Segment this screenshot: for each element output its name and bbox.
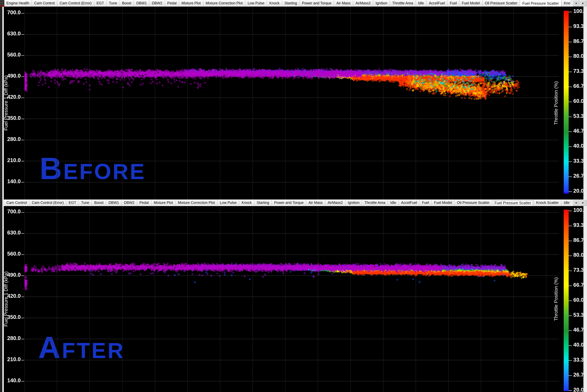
colorbar-tick-mark bbox=[569, 102, 572, 102]
tab-scroll-right-button[interactable]: ► bbox=[580, 0, 587, 6]
tab[interactable]: AccelFuel bbox=[399, 200, 420, 205]
tab[interactable]: Air Mass bbox=[306, 200, 325, 205]
tab-label: Cam Control (Error) bbox=[32, 200, 64, 205]
y-tick-label: 350.0 bbox=[3, 115, 21, 121]
tab-label: Oil Pressure Scatter bbox=[457, 200, 490, 205]
tab-label: AirMass2 bbox=[356, 1, 371, 5]
tab-strip: Engine Health Cam Control Cam Control (E… bbox=[4, 0, 570, 6]
tab[interactable]: Mixture Plot bbox=[151, 200, 176, 205]
tab[interactable]: Throttle Area bbox=[390, 0, 416, 6]
tab[interactable]: Ignition bbox=[345, 200, 362, 205]
y-tick-mark bbox=[21, 360, 24, 360]
tab[interactable]: Knock bbox=[239, 200, 254, 205]
tab[interactable]: Tune bbox=[79, 200, 92, 205]
window-corner-block bbox=[0, 0, 4, 5]
y-tick-mark bbox=[21, 55, 24, 56]
tab[interactable]: Low Pulse bbox=[217, 200, 239, 205]
tab[interactable]: Mixture Correction Plot bbox=[203, 0, 245, 6]
colorbar-tick-mark bbox=[569, 42, 572, 42]
tab[interactable]: Cam Control (Error) bbox=[29, 200, 66, 205]
tab-scroll-right-button[interactable]: ► bbox=[580, 200, 587, 206]
y-tick-label: 490.0 bbox=[3, 272, 21, 278]
tab-label: Cam Control bbox=[34, 1, 54, 5]
tab[interactable]: Fuel bbox=[448, 0, 460, 6]
tab[interactable]: Power and Torque bbox=[300, 0, 334, 6]
tab[interactable]: DBW1 bbox=[106, 200, 121, 205]
tab[interactable]: Tune bbox=[106, 0, 120, 6]
colorbar-tick-mark bbox=[569, 27, 572, 27]
tab[interactable]: Cam Control (Error) bbox=[57, 0, 94, 6]
tab[interactable]: DBW2 bbox=[121, 200, 137, 205]
tab-scroll-left-button[interactable]: ◄ bbox=[573, 200, 579, 206]
tab-label: Throttle Area bbox=[392, 1, 413, 5]
tab[interactable]: EGT bbox=[94, 0, 106, 6]
colorbar-tick-mark bbox=[569, 132, 572, 132]
colorbar-tick-mark bbox=[569, 376, 572, 376]
tab[interactable]: Idle bbox=[416, 0, 427, 6]
arrow-left-icon: ◄ bbox=[575, 2, 577, 5]
tab[interactable]: Mixture Plot bbox=[179, 0, 203, 6]
y-tick-mark bbox=[21, 276, 24, 276]
tab[interactable]: DBW2 bbox=[149, 0, 165, 6]
tab[interactable]: Fuel Model bbox=[432, 200, 455, 205]
tab-label: Power and Torque bbox=[274, 200, 304, 205]
y-tick-label: 140.0 bbox=[3, 178, 21, 184]
tab[interactable]: Starting bbox=[282, 0, 300, 6]
tab-label: Air Mass bbox=[309, 200, 323, 205]
tab-label: Low Pulse bbox=[220, 200, 237, 205]
tab[interactable]: Knock Scatter bbox=[562, 0, 570, 6]
tab[interactable]: Boost bbox=[92, 200, 106, 205]
tab[interactable]: Idle bbox=[388, 200, 399, 205]
tab[interactable]: EGT bbox=[66, 200, 79, 205]
tab[interactable]: Oil Pressure Scatter bbox=[483, 0, 520, 6]
tab[interactable]: Ignition bbox=[373, 0, 390, 6]
tab[interactable]: Power and Torque bbox=[272, 200, 306, 205]
tab-label: Engine Health bbox=[6, 1, 29, 5]
colorbar-tick-mark bbox=[569, 72, 572, 72]
tab[interactable]: Boost bbox=[120, 0, 134, 6]
tab[interactable]: Throttle Area bbox=[362, 200, 388, 205]
tab[interactable]: AccelFuel bbox=[427, 0, 448, 6]
tab[interactable]: Fuel Pressure Scatter bbox=[492, 200, 534, 206]
scatter-canvas[interactable] bbox=[24, 6, 559, 200]
tab[interactable]: Cam Control bbox=[4, 200, 29, 205]
scatter-canvas[interactable] bbox=[24, 206, 559, 392]
tab-scroll-arrows: ◄ ► bbox=[573, 0, 587, 6]
tab[interactable]: Fuel bbox=[420, 200, 432, 205]
tab-label: Starting bbox=[257, 200, 269, 205]
tab[interactable]: Cam Control bbox=[32, 0, 57, 6]
tab[interactable]: Knock bbox=[267, 0, 282, 6]
tab[interactable]: Oil Pressure Scatter bbox=[455, 200, 492, 205]
tab[interactable]: DBW1 bbox=[134, 0, 149, 6]
tab[interactable]: Pedal bbox=[137, 200, 151, 205]
tab[interactable]: Knock Scatter bbox=[534, 200, 561, 205]
y-tick-mark bbox=[21, 254, 24, 255]
tab-label: Mixture Correction Plot bbox=[178, 200, 215, 205]
scatter-plot-after: AFTER Fuel Pressure 1 Diff (kPa) Throttl… bbox=[0, 206, 587, 392]
right-scroll-rail[interactable] bbox=[583, 6, 587, 392]
tab[interactable]: Starting bbox=[254, 200, 272, 205]
tab[interactable]: Pedal bbox=[165, 0, 179, 6]
tab[interactable]: Fuel Pressure Scatter bbox=[520, 0, 562, 6]
y-tick-mark bbox=[21, 13, 24, 14]
tab-scroll-left-button[interactable]: ◄ bbox=[573, 0, 579, 6]
tab[interactable]: AirMass2 bbox=[353, 0, 373, 6]
tab[interactable]: Mixture Correction Plot bbox=[176, 200, 217, 205]
tab-label: EGT bbox=[69, 200, 76, 205]
tab-label: Mixture Plot bbox=[154, 200, 173, 205]
colorbar-tick-mark bbox=[569, 12, 572, 12]
tab[interactable]: Engine Health bbox=[4, 0, 32, 6]
tab[interactable]: Air Mass bbox=[334, 0, 353, 6]
tab-label: EGT bbox=[96, 1, 104, 5]
tab-label: Knock Scatter bbox=[564, 1, 570, 5]
tab-label: Throttle Area bbox=[364, 200, 385, 205]
tab[interactable]: Fuel Model bbox=[460, 0, 483, 6]
tab[interactable]: AirMass2 bbox=[325, 200, 345, 205]
tab[interactable]: IdleTMF bbox=[561, 200, 570, 205]
colorbar-label: Throttle Position (%) bbox=[553, 6, 559, 200]
tab-strip: Cam Control Cam Control (Error) EGT Tune… bbox=[4, 200, 570, 206]
colorbar-tick-mark bbox=[569, 330, 572, 331]
tab[interactable]: Low Pulse bbox=[245, 0, 267, 6]
tab-label: DBW1 bbox=[136, 1, 147, 5]
y-tick-mark bbox=[21, 233, 24, 234]
